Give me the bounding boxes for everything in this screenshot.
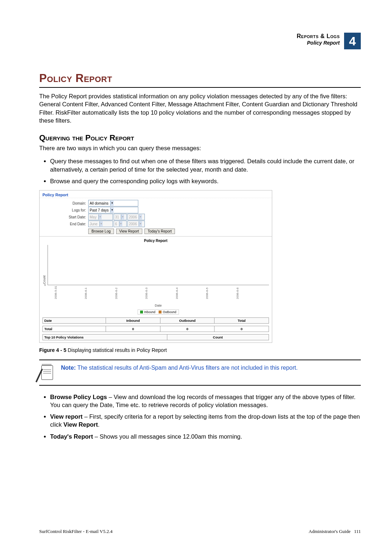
action-name: Browse Policy Logs (50, 394, 107, 400)
figure-caption: Figure 4 - 5 Displaying statistical resu… (39, 347, 361, 353)
legend-swatch-outbound (159, 311, 162, 313)
chevron-down-icon: ▾ (99, 221, 103, 226)
logsfor-label: Logs for: (42, 208, 88, 212)
header-subtitle: Policy Report (297, 40, 340, 46)
logsfor-select-value: Past 7 days (90, 208, 109, 212)
note-box: Note: The statistical results of Anti-Sp… (39, 360, 361, 386)
chevron-down-icon: ▾ (110, 201, 114, 206)
legend-label-outbound: Outbound (163, 310, 176, 314)
col-inbound: Inbound (106, 317, 160, 323)
footer-doc-title: Administrator's Guide (309, 529, 350, 534)
domain-select[interactable]: All domains ▾ (88, 200, 138, 206)
x-tick: 2006-6-5 (205, 286, 236, 299)
action-name: Today's Report (50, 433, 93, 440)
end-year-select[interactable]: 2006▾ (127, 221, 145, 227)
intro-paragraph: The Policy Report provides statistical i… (39, 92, 361, 124)
start-date-label: Start Date: (42, 215, 88, 219)
domain-label: Domain: (42, 201, 88, 205)
totals-table: Total 0 0 0 (42, 326, 269, 332)
figure-caption-text: Displaying statistical results in Policy… (66, 347, 167, 353)
note-label: Note: (61, 365, 76, 371)
total-inbound: 0 (106, 326, 160, 332)
chart-area: Policy Report Count 0 2006-5-31 2006-6-1… (40, 237, 272, 342)
actions-list: Browse Policy Logs – View and download t… (39, 393, 361, 440)
view-report-button[interactable]: View Report (116, 229, 142, 234)
total-total: 0 (215, 326, 269, 332)
figure-policy-report-panel: Policy Report Domain: All domains ▾ Logs… (39, 190, 272, 342)
chevron-down-icon: ▾ (98, 214, 102, 219)
section-heading: Querying the Policy Report (39, 133, 361, 143)
chevron-down-icon: ▾ (110, 208, 114, 213)
chevron-down-icon: ▾ (121, 214, 124, 219)
note-icon (39, 364, 54, 381)
list-item: Browse Policy Logs – View and download t… (50, 393, 361, 409)
query-ways-list: Query these messages to find out when on… (39, 157, 361, 185)
col-date: Date (43, 317, 106, 323)
chart-plot: 0 (48, 245, 269, 285)
y-axis-label: Count (42, 260, 46, 300)
legend-label-inbound: Inbound (144, 310, 155, 314)
query-intro: There are two ways in which you can quer… (39, 144, 361, 152)
total-row-label: Total (43, 326, 106, 332)
chart-title: Policy Report (42, 239, 269, 243)
footer-page-number: 111 (354, 529, 361, 534)
x-axis-label: Date (48, 304, 269, 307)
legend-swatch-inbound (140, 311, 143, 313)
page-footer: SurfControl RiskFilter - E-mail V5.2.4 A… (39, 529, 361, 534)
running-header: Reports & Logs Policy Report 4 (297, 33, 361, 49)
todays-report-button[interactable]: Today's Report (144, 229, 175, 234)
x-ticks: 2006-5-31 2006-6-1 2006-6-2 2006-6-3 200… (49, 285, 269, 299)
col-count: Count (167, 334, 269, 340)
start-month-select[interactable]: May▾ (88, 214, 113, 220)
header-chapter: Reports & Logs (297, 33, 340, 40)
panel-title: Policy Report (40, 190, 272, 198)
action-desc: – Shows you all messages since 12.00am t… (93, 433, 242, 440)
y-tick: 0 (44, 283, 46, 287)
page-title: Policy Report (39, 72, 361, 85)
list-item: View report – First, specify criteria fo… (50, 413, 361, 429)
x-tick: 2006-5-31 (54, 286, 84, 299)
x-tick: 2006-6-3 (145, 286, 175, 299)
x-tick: 2006-6-4 (175, 286, 205, 299)
domain-select-value: All domains (90, 201, 109, 205)
x-tick: 2006-6-2 (115, 286, 145, 299)
logsfor-select[interactable]: Past 7 days ▾ (88, 207, 138, 213)
note-text: The statistical results of Anti-Spam and… (76, 365, 298, 371)
title-rule (39, 87, 361, 88)
chevron-down-icon: ▾ (139, 221, 142, 226)
x-tick: 2006-6-6 (236, 286, 266, 299)
report-form: Domain: All domains ▾ Logs for: Past 7 d… (40, 198, 272, 237)
chevron-down-icon: ▾ (139, 214, 142, 219)
col-total: Total (215, 317, 269, 323)
action-name: View report (50, 413, 83, 420)
start-year-select[interactable]: 2006▾ (127, 214, 145, 220)
total-outbound: 0 (160, 326, 215, 332)
list-item: Browse and query the corresponding polic… (50, 177, 361, 185)
results-table: Date Inbound Outbound Total (42, 317, 269, 324)
list-item: Query these messages to find out when on… (50, 157, 361, 173)
end-month-select[interactable]: June▾ (88, 221, 113, 227)
end-day-select[interactable]: 6▾ (114, 221, 127, 227)
start-day-select[interactable]: 31▾ (114, 214, 127, 220)
col-outbound: Outbound (160, 317, 215, 323)
col-top10: Top 10 Policy Violations (43, 334, 167, 340)
top10-table: Top 10 Policy Violations Count (42, 334, 269, 340)
footer-product: SurfControl RiskFilter - E-mail V5.2.4 (39, 529, 113, 534)
chevron-down-icon: ▾ (119, 221, 122, 226)
x-tick: 2006-6-1 (84, 286, 114, 299)
figure-caption-number: Figure 4 - 5 (39, 347, 66, 353)
list-item: Today's Report – Shows you all messages … (50, 432, 361, 440)
chapter-number-badge: 4 (344, 33, 361, 49)
browse-log-button[interactable]: Browse Log (88, 229, 114, 234)
chart-legend: Inbound Outbound (48, 309, 269, 315)
end-date-label: End Date: (42, 222, 88, 226)
